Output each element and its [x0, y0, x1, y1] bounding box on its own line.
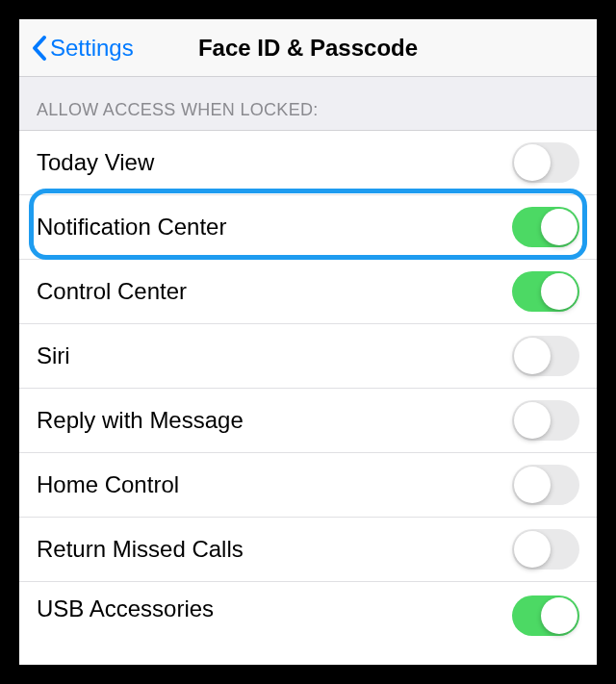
setting-row-return-missed-calls[interactable]: Return Missed Calls	[19, 518, 597, 582]
toggle-knob	[514, 144, 551, 181]
back-button[interactable]: Settings	[31, 35, 134, 62]
toggle-knob	[514, 338, 551, 374]
toggle-knob	[514, 402, 551, 439]
chevron-left-icon	[31, 35, 48, 62]
toggle-today-view[interactable]	[512, 142, 579, 183]
setting-row-siri[interactable]: Siri	[19, 324, 597, 389]
setting-label: Today View	[37, 149, 154, 176]
toggle-control-center[interactable]	[512, 271, 579, 312]
back-label: Settings	[50, 35, 134, 62]
setting-row-usb-accessories[interactable]: USB Accessories	[19, 582, 597, 642]
page-title: Face ID & Passcode	[198, 35, 418, 62]
setting-label: Siri	[37, 342, 70, 369]
toggle-siri[interactable]	[512, 336, 579, 376]
toggle-notification-center[interactable]	[512, 207, 579, 247]
toggle-knob	[514, 467, 551, 503]
toggle-usb-accessories[interactable]	[512, 595, 579, 636]
setting-label: USB Accessories	[37, 595, 214, 622]
toggle-knob	[514, 531, 551, 568]
settings-screen: Settings Face ID & Passcode ALLOW ACCESS…	[19, 19, 597, 665]
setting-row-reply-with-message[interactable]: Reply with Message	[19, 389, 597, 453]
navigation-bar: Settings Face ID & Passcode	[19, 19, 597, 77]
toggle-reply-with-message[interactable]	[512, 400, 579, 441]
setting-row-notification-center[interactable]: Notification Center	[19, 195, 597, 260]
section-header: ALLOW ACCESS WHEN LOCKED:	[19, 77, 597, 131]
setting-row-control-center[interactable]: Control Center	[19, 260, 597, 324]
toggle-knob	[541, 209, 578, 245]
toggle-home-control[interactable]	[512, 465, 579, 505]
setting-label: Return Missed Calls	[37, 536, 244, 563]
setting-label: Control Center	[37, 278, 187, 305]
settings-list: Today View Notification Center Control C…	[19, 131, 597, 665]
setting-label: Home Control	[37, 471, 179, 498]
toggle-knob	[541, 597, 578, 634]
setting-label: Reply with Message	[37, 407, 244, 434]
setting-row-home-control[interactable]: Home Control	[19, 453, 597, 518]
setting-row-today-view[interactable]: Today View	[19, 131, 597, 195]
toggle-return-missed-calls[interactable]	[512, 529, 579, 570]
toggle-knob	[541, 273, 578, 310]
setting-label: Notification Center	[37, 214, 226, 241]
